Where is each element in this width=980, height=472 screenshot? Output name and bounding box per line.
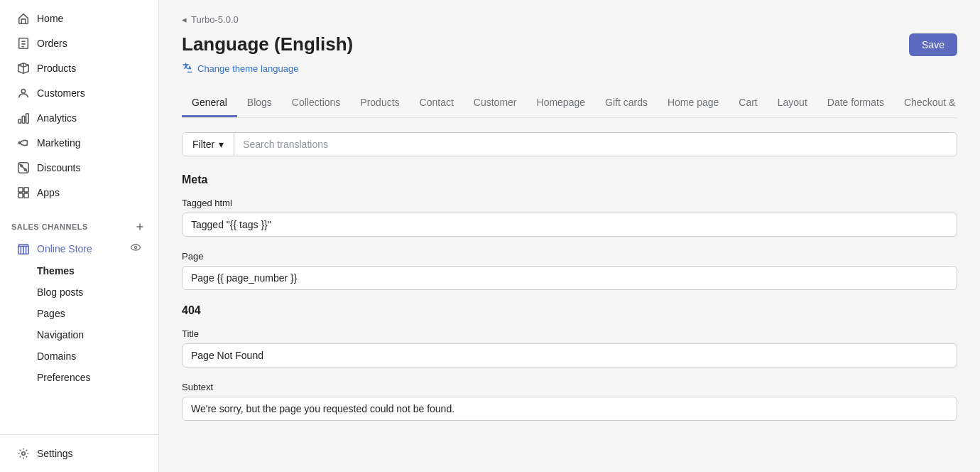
filter-chevron-icon: ▾ [219, 139, 224, 150]
sidebar-item-customers[interactable]: Customers [6, 81, 153, 105]
svg-rect-9 [18, 188, 23, 192]
tab-general[interactable]: General [182, 90, 237, 117]
filter-row: Filter ▾ [182, 132, 957, 156]
online-store-label: Online Store [37, 243, 130, 254]
sub-nav-domains[interactable]: Domains [6, 346, 153, 366]
save-button[interactable]: Save [909, 33, 957, 56]
404-subtext-label: Subtext [182, 382, 957, 392]
home-icon [17, 12, 30, 25]
page-label: Page [182, 251, 957, 262]
svg-rect-3 [22, 116, 25, 123]
marketing-icon [17, 136, 30, 149]
analytics-icon [17, 112, 30, 124]
tagged-html-input[interactable] [182, 213, 957, 237]
customers-icon [17, 87, 30, 100]
sidebar-item-discounts-label: Discounts [37, 162, 80, 173]
svg-rect-2 [18, 119, 21, 123]
svg-point-15 [134, 246, 136, 248]
svg-point-1 [21, 90, 25, 93]
sidebar-item-settings[interactable]: Settings [6, 441, 153, 466]
main-content: ◂ Turbo-5.0.0 Language (English) Save Ch… [159, 0, 980, 472]
sidebar-item-marketing[interactable]: Marketing [6, 131, 153, 155]
sidebar-bottom: Settings [0, 434, 158, 472]
tab-gift-cards[interactable]: Gift cards [595, 90, 658, 117]
breadcrumb-text: Turbo-5.0.0 [191, 14, 239, 25]
sidebar-item-products-label: Products [37, 63, 76, 74]
sidebar-item-marketing-label: Marketing [37, 137, 80, 149]
section-404-title: 404 [182, 304, 957, 317]
filter-button[interactable]: Filter ▾ [183, 133, 234, 156]
discounts-icon [17, 161, 30, 174]
field-404-title: Title [182, 328, 957, 368]
tab-homepage[interactable]: Homepage [527, 90, 596, 117]
sidebar-item-products[interactable]: Products [6, 56, 153, 80]
404-subtext-input[interactable] [182, 397, 957, 421]
breadcrumb[interactable]: ◂ Turbo-5.0.0 [182, 14, 957, 25]
svg-rect-12 [24, 193, 28, 198]
products-icon [17, 62, 30, 75]
sub-nav-navigation[interactable]: Navigation [6, 325, 153, 345]
field-404-subtext: Subtext [182, 382, 957, 421]
sidebar: Home Orders Products [0, 0, 159, 472]
sidebar-item-apps-label: Apps [37, 187, 60, 198]
svg-point-16 [22, 452, 26, 456]
translate-icon [182, 62, 193, 75]
online-store-row[interactable]: Online Store [6, 237, 153, 259]
sidebar-item-orders-label: Orders [37, 38, 67, 49]
sub-nav-themes[interactable]: Themes [6, 261, 153, 281]
sidebar-item-apps[interactable]: Apps [6, 181, 153, 205]
orders-icon [17, 37, 30, 50]
tab-contact[interactable]: Contact [410, 90, 464, 117]
page-title: Language (English) [182, 33, 353, 55]
apps-icon [17, 186, 30, 199]
sidebar-item-customers-label: Customers [37, 87, 85, 99]
settings-icon [17, 447, 30, 460]
meta-section-title: Meta [182, 173, 957, 186]
svg-rect-11 [18, 193, 23, 198]
tab-checkout[interactable]: Checkout & system [894, 90, 957, 117]
tab-layout[interactable]: Layout [768, 90, 817, 117]
tab-collections[interactable]: Collections [282, 90, 350, 117]
sidebar-item-discounts[interactable]: Discounts [6, 156, 153, 180]
view-store-button[interactable] [130, 242, 141, 255]
sub-nav-blog-posts[interactable]: Blog posts [6, 282, 153, 302]
sub-nav-pages[interactable]: Pages [6, 304, 153, 323]
tab-date-formats[interactable]: Date formats [817, 90, 894, 117]
field-tagged-html: Tagged html [182, 198, 957, 237]
change-language-link[interactable]: Change theme language [182, 62, 957, 75]
field-page: Page [182, 251, 957, 290]
tab-cart[interactable]: Cart [729, 90, 767, 117]
sales-channels-header: Sales Channels [0, 211, 158, 237]
404-title-input[interactable] [182, 343, 957, 368]
sidebar-item-home-label: Home [37, 13, 63, 24]
svg-rect-10 [24, 188, 28, 192]
change-language-text: Change theme language [197, 63, 298, 74]
sidebar-item-home[interactable]: Home [6, 6, 153, 31]
tab-home-page[interactable]: Home page [658, 90, 729, 117]
sub-nav-preferences[interactable]: Preferences [6, 368, 153, 387]
breadcrumb-icon: ◂ [182, 14, 187, 25]
sidebar-item-orders[interactable]: Orders [6, 31, 153, 55]
tabs: General Blogs Collections Products Conta… [182, 90, 957, 118]
tab-products[interactable]: Products [350, 90, 409, 117]
tagged-html-label: Tagged html [182, 198, 957, 208]
page-header: Language (English) Save [182, 33, 957, 56]
svg-point-14 [131, 245, 141, 250]
sidebar-item-settings-label: Settings [37, 448, 73, 459]
sidebar-item-analytics-label: Analytics [37, 112, 77, 124]
sidebar-item-analytics[interactable]: Analytics [6, 106, 153, 130]
svg-rect-4 [26, 114, 29, 124]
main-nav: Home Orders Products [0, 0, 158, 211]
online-store-icon [17, 242, 30, 255]
add-sales-channel-button[interactable] [133, 220, 147, 234]
tab-customer[interactable]: Customer [464, 90, 527, 117]
404-title-label: Title [182, 328, 957, 339]
tab-blogs[interactable]: Blogs [237, 90, 282, 117]
page-input[interactable] [182, 266, 957, 290]
filter-label: Filter [192, 139, 214, 150]
search-input[interactable] [234, 133, 957, 156]
